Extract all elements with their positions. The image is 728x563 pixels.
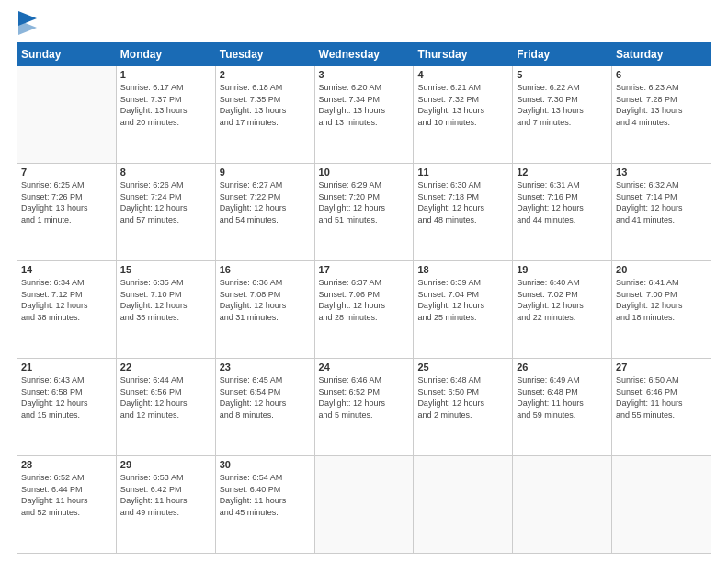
logo-icon — [18, 11, 37, 35]
calendar-week-row: 21Sunrise: 6:43 AM Sunset: 6:58 PM Dayli… — [17, 359, 711, 456]
day-info: Sunrise: 6:40 AM Sunset: 7:02 PM Dayligh… — [517, 277, 608, 323]
day-number: 19 — [517, 264, 608, 275]
day-info: Sunrise: 6:49 AM Sunset: 6:48 PM Dayligh… — [517, 374, 608, 420]
day-info: Sunrise: 6:31 AM Sunset: 7:16 PM Dayligh… — [517, 179, 608, 225]
day-number: 17 — [319, 264, 410, 275]
calendar-cell: 20Sunrise: 6:41 AM Sunset: 7:00 PM Dayli… — [612, 261, 711, 359]
day-info: Sunrise: 6:18 AM Sunset: 7:35 PM Dayligh… — [220, 82, 311, 128]
calendar-cell: 28Sunrise: 6:52 AM Sunset: 6:44 PM Dayli… — [17, 456, 117, 554]
day-number: 18 — [417, 264, 508, 275]
day-info: Sunrise: 6:41 AM Sunset: 7:00 PM Dayligh… — [616, 277, 707, 323]
calendar-cell: 22Sunrise: 6:44 AM Sunset: 6:56 PM Dayli… — [116, 359, 215, 456]
day-info: Sunrise: 6:22 AM Sunset: 7:30 PM Dayligh… — [517, 82, 608, 128]
day-number: 14 — [21, 264, 112, 275]
day-number: 13 — [616, 167, 707, 178]
day-info: Sunrise: 6:34 AM Sunset: 7:12 PM Dayligh… — [21, 277, 112, 323]
day-info: Sunrise: 6:39 AM Sunset: 7:04 PM Dayligh… — [417, 277, 508, 323]
calendar-cell — [513, 456, 612, 554]
calendar-cell: 7Sunrise: 6:25 AM Sunset: 7:26 PM Daylig… — [17, 164, 117, 261]
calendar-cell: 16Sunrise: 6:36 AM Sunset: 7:08 PM Dayli… — [215, 261, 314, 359]
logo — [17, 17, 37, 35]
day-of-week-header: Monday — [116, 43, 215, 66]
day-info: Sunrise: 6:52 AM Sunset: 6:44 PM Dayligh… — [21, 472, 112, 518]
day-info: Sunrise: 6:45 AM Sunset: 6:54 PM Dayligh… — [220, 374, 311, 420]
day-number: 9 — [220, 167, 311, 178]
calendar-cell — [414, 456, 513, 554]
calendar-cell: 1Sunrise: 6:17 AM Sunset: 7:37 PM Daylig… — [116, 66, 215, 164]
day-info: Sunrise: 6:26 AM Sunset: 7:24 PM Dayligh… — [120, 179, 211, 225]
day-info: Sunrise: 6:20 AM Sunset: 7:34 PM Dayligh… — [319, 82, 410, 128]
day-number: 16 — [220, 264, 311, 275]
calendar-cell: 29Sunrise: 6:53 AM Sunset: 6:42 PM Dayli… — [116, 456, 215, 554]
day-info: Sunrise: 6:30 AM Sunset: 7:18 PM Dayligh… — [417, 179, 508, 225]
day-info: Sunrise: 6:44 AM Sunset: 6:56 PM Dayligh… — [120, 374, 211, 420]
calendar-cell: 5Sunrise: 6:22 AM Sunset: 7:30 PM Daylig… — [513, 66, 612, 164]
day-number: 3 — [319, 69, 410, 80]
calendar-cell: 30Sunrise: 6:54 AM Sunset: 6:40 PM Dayli… — [215, 456, 314, 554]
calendar-cell: 11Sunrise: 6:30 AM Sunset: 7:18 PM Dayli… — [414, 164, 513, 261]
day-number: 10 — [319, 167, 410, 178]
day-number: 11 — [417, 167, 508, 178]
day-info: Sunrise: 6:21 AM Sunset: 7:32 PM Dayligh… — [417, 82, 508, 128]
day-number: 4 — [417, 69, 508, 80]
calendar-week-row: 28Sunrise: 6:52 AM Sunset: 6:44 PM Dayli… — [17, 456, 711, 554]
calendar-cell: 6Sunrise: 6:23 AM Sunset: 7:28 PM Daylig… — [612, 66, 711, 164]
day-number: 2 — [220, 69, 311, 80]
day-number: 15 — [120, 264, 211, 275]
svg-marker-1 — [18, 20, 37, 35]
calendar-cell: 4Sunrise: 6:21 AM Sunset: 7:32 PM Daylig… — [414, 66, 513, 164]
calendar-week-row: 14Sunrise: 6:34 AM Sunset: 7:12 PM Dayli… — [17, 261, 711, 359]
calendar-cell: 13Sunrise: 6:32 AM Sunset: 7:14 PM Dayli… — [612, 164, 711, 261]
calendar-cell: 15Sunrise: 6:35 AM Sunset: 7:10 PM Dayli… — [116, 261, 215, 359]
calendar-cell: 19Sunrise: 6:40 AM Sunset: 7:02 PM Dayli… — [513, 261, 612, 359]
calendar-cell — [612, 456, 711, 554]
day-number: 8 — [120, 167, 211, 178]
calendar-header-row: SundayMondayTuesdayWednesdayThursdayFrid… — [17, 43, 711, 66]
day-number: 26 — [517, 362, 608, 373]
day-of-week-header: Friday — [513, 43, 612, 66]
day-info: Sunrise: 6:17 AM Sunset: 7:37 PM Dayligh… — [120, 82, 211, 128]
calendar-week-row: 7Sunrise: 6:25 AM Sunset: 7:26 PM Daylig… — [17, 164, 711, 261]
calendar-cell — [17, 66, 117, 164]
calendar-cell: 14Sunrise: 6:34 AM Sunset: 7:12 PM Dayli… — [17, 261, 117, 359]
day-number: 24 — [319, 362, 410, 373]
day-number: 23 — [220, 362, 311, 373]
day-info: Sunrise: 6:32 AM Sunset: 7:14 PM Dayligh… — [616, 179, 707, 225]
calendar-cell: 9Sunrise: 6:27 AM Sunset: 7:22 PM Daylig… — [215, 164, 314, 261]
day-number: 7 — [21, 167, 112, 178]
day-info: Sunrise: 6:37 AM Sunset: 7:06 PM Dayligh… — [319, 277, 410, 323]
header — [17, 17, 711, 35]
day-info: Sunrise: 6:50 AM Sunset: 6:46 PM Dayligh… — [616, 374, 707, 420]
day-number: 12 — [517, 167, 608, 178]
calendar-table: SundayMondayTuesdayWednesdayThursdayFrid… — [17, 42, 711, 554]
day-info: Sunrise: 6:43 AM Sunset: 6:58 PM Dayligh… — [21, 374, 112, 420]
day-of-week-header: Tuesday — [215, 43, 314, 66]
calendar-cell: 21Sunrise: 6:43 AM Sunset: 6:58 PM Dayli… — [17, 359, 117, 456]
day-info: Sunrise: 6:46 AM Sunset: 6:52 PM Dayligh… — [319, 374, 410, 420]
day-number: 28 — [21, 459, 112, 470]
calendar-cell — [314, 456, 414, 554]
day-number: 27 — [616, 362, 707, 373]
day-info: Sunrise: 6:48 AM Sunset: 6:50 PM Dayligh… — [417, 374, 508, 420]
calendar-cell: 25Sunrise: 6:48 AM Sunset: 6:50 PM Dayli… — [414, 359, 513, 456]
calendar-week-row: 1Sunrise: 6:17 AM Sunset: 7:37 PM Daylig… — [17, 66, 711, 164]
calendar: SundayMondayTuesdayWednesdayThursdayFrid… — [17, 42, 711, 554]
day-number: 5 — [517, 69, 608, 80]
calendar-cell: 24Sunrise: 6:46 AM Sunset: 6:52 PM Dayli… — [314, 359, 414, 456]
day-number: 25 — [417, 362, 508, 373]
day-of-week-header: Sunday — [17, 43, 117, 66]
day-info: Sunrise: 6:54 AM Sunset: 6:40 PM Dayligh… — [220, 472, 311, 518]
calendar-cell: 3Sunrise: 6:20 AM Sunset: 7:34 PM Daylig… — [314, 66, 414, 164]
day-info: Sunrise: 6:29 AM Sunset: 7:20 PM Dayligh… — [319, 179, 410, 225]
calendar-cell: 27Sunrise: 6:50 AM Sunset: 6:46 PM Dayli… — [612, 359, 711, 456]
day-number: 6 — [616, 69, 707, 80]
day-number: 30 — [220, 459, 311, 470]
day-info: Sunrise: 6:23 AM Sunset: 7:28 PM Dayligh… — [616, 82, 707, 128]
day-number: 1 — [120, 69, 211, 80]
day-number: 21 — [21, 362, 112, 373]
day-info: Sunrise: 6:27 AM Sunset: 7:22 PM Dayligh… — [220, 179, 311, 225]
day-info: Sunrise: 6:53 AM Sunset: 6:42 PM Dayligh… — [120, 472, 211, 518]
day-number: 29 — [120, 459, 211, 470]
calendar-cell: 18Sunrise: 6:39 AM Sunset: 7:04 PM Dayli… — [414, 261, 513, 359]
calendar-cell: 8Sunrise: 6:26 AM Sunset: 7:24 PM Daylig… — [116, 164, 215, 261]
